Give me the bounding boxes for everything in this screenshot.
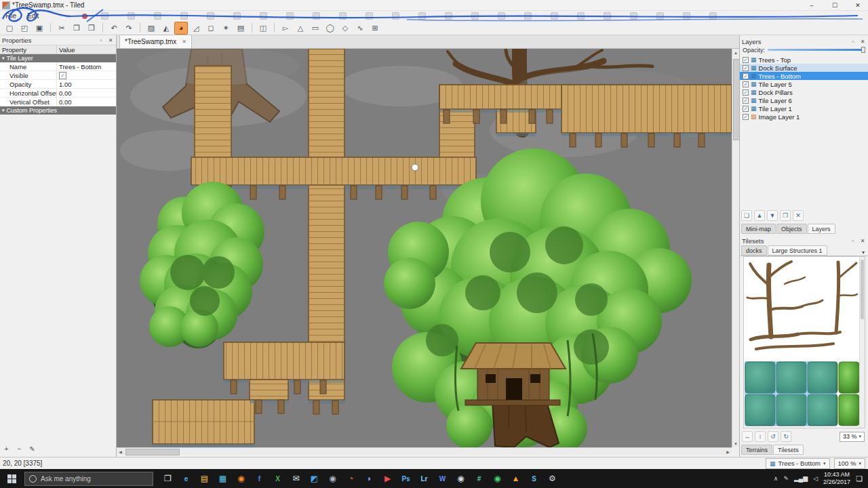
maximize-button[interactable]: ☐ [825, 0, 845, 11]
edit-polygons-tool[interactable]: △ [294, 22, 307, 35]
taskbar-clock[interactable]: 10:43 AM 2/26/2017 [823, 471, 850, 487]
raise-layer-button[interactable]: ▲ [754, 210, 765, 221]
layer-item-trees-bottom[interactable]: ✓▦Trees - Bottom [740, 72, 868, 80]
close-panel-icon[interactable]: ✕ [859, 39, 866, 45]
dock-tab-terrains[interactable]: Terrains [741, 445, 772, 455]
lower-layer-button[interactable]: ▼ [767, 210, 778, 221]
rotate-right-button[interactable]: ↻ [781, 431, 791, 442]
select-same-tile-tool[interactable]: ▤ [234, 22, 248, 35]
close-panel-icon[interactable]: ✕ [859, 238, 866, 244]
property-group-tile-layer[interactable]: ▾ Tile Layer [0, 54, 116, 62]
layer-combobox[interactable]: ▦ Trees - Bottom ▾ [766, 458, 830, 469]
crop-tool[interactable]: ◫ [256, 22, 270, 35]
layer-visibility-checkbox[interactable]: ✓ [743, 65, 749, 71]
layer-item-tile-layer-6[interactable]: ✓▦Tile Layer 6 [740, 96, 868, 104]
visible-checkbox[interactable]: ✓ [59, 72, 66, 79]
taskbar-file-explorer-icon[interactable]: ▤ [195, 469, 214, 488]
taskbar-spotify-icon[interactable]: ◉ [488, 469, 507, 488]
terrain-brush-tool[interactable]: ◭ [159, 22, 173, 35]
layer-visibility-checkbox[interactable]: ✓ [743, 81, 749, 87]
chevron-down-icon[interactable]: ▾ [862, 249, 865, 256]
canvas-vertical-scrollbar[interactable]: ▲ ▼ [732, 49, 739, 447]
rename-property-button[interactable]: ✎ [27, 444, 37, 454]
insert-polygon-tool[interactable]: ◇ [338, 22, 352, 35]
tileset-scrollbar[interactable] [859, 257, 865, 428]
taskbar-photoshop-icon[interactable]: Ps [397, 469, 415, 488]
taskbar-vlc-icon[interactable]: ▲ [507, 469, 525, 488]
open-file-tool[interactable]: ◰ [18, 22, 31, 35]
taskbar-store-icon[interactable]: ▦ [214, 469, 232, 488]
close-button[interactable]: ✕ [848, 0, 868, 11]
tab-close-icon[interactable]: ✕ [182, 39, 186, 45]
dock-tab-mini-map[interactable]: Mini-map [741, 224, 776, 234]
taskbar-steam-icon[interactable]: ◉ [323, 469, 342, 488]
select-objects-tool[interactable]: ▻ [279, 22, 292, 35]
volume-icon[interactable]: ◁ [813, 475, 818, 482]
rectangular-select-tool[interactable]: ◻ [204, 22, 218, 35]
horizontal-scroll-thumb[interactable] [125, 449, 180, 455]
layer-visibility-checkbox[interactable]: ✓ [743, 98, 749, 104]
zoom-combobox[interactable]: 100 % ▾ [834, 458, 865, 469]
taskbar-slack-icon[interactable]: # [470, 469, 488, 488]
remove-layer-button[interactable]: ✕ [793, 210, 804, 221]
save-file-tool[interactable]: ▣ [33, 22, 46, 35]
layer-item-trees-top[interactable]: ✓▦Trees - Top [740, 56, 868, 64]
tileset-tab-docks[interactable]: docks [741, 245, 767, 256]
taskbar-lightroom-icon[interactable]: Lr [415, 469, 433, 488]
taskbar-search[interactable]: Ask me anything [24, 472, 153, 486]
taskbar-firefox-icon[interactable]: ◉ [232, 469, 250, 488]
rotate-left-button[interactable]: ↺ [768, 431, 778, 442]
taskbar-skype-icon[interactable]: S [525, 469, 543, 488]
tileset-view[interactable] [743, 256, 865, 428]
insert-polyline-tool[interactable]: ∿ [353, 22, 367, 35]
map-canvas[interactable] [117, 49, 732, 447]
taskbar-word-icon[interactable]: W [433, 469, 452, 488]
new-map-tool[interactable]: ▢ [3, 22, 16, 35]
canvas-horizontal-scrollbar[interactable]: ◀ ▶ [117, 447, 732, 455]
float-panel-icon[interactable]: ▫ [850, 39, 856, 45]
taskbar-excel-icon[interactable]: X [269, 469, 287, 488]
tileset-zoom-combobox[interactable]: 33 % ▾ [840, 432, 865, 442]
property-value[interactable]: 0.00 [57, 89, 116, 97]
property-value[interactable]: 0.00 [57, 98, 116, 106]
float-panel-icon[interactable]: ▫ [98, 37, 104, 43]
layer-item-image-layer-1[interactable]: ✓▨Image Layer 1 [740, 113, 868, 121]
bucket-fill-tool[interactable]: ◕ [174, 22, 188, 35]
scroll-up-icon[interactable]: ▲ [732, 49, 739, 56]
property-value[interactable]: ✓ [57, 71, 116, 79]
tray-expand-icon[interactable]: ∧ [774, 475, 778, 482]
taskbar-mail-icon[interactable]: ✉ [287, 469, 305, 488]
paste-tool[interactable]: ❒ [85, 22, 98, 35]
layer-visibility-checkbox[interactable]: ✓ [743, 114, 749, 120]
scroll-left-icon[interactable]: ◀ [117, 448, 124, 455]
menu-edit[interactable]: Edit [22, 11, 44, 21]
dock-tab-layers[interactable]: Layers [808, 224, 835, 234]
duplicate-layer-button[interactable]: ❐ [780, 210, 791, 221]
property-value[interactable]: Trees - Bottom [57, 62, 116, 70]
cut-tool[interactable]: ✂ [55, 22, 68, 35]
insert-rectangle-tool[interactable]: ▭ [309, 22, 322, 35]
remove-property-button[interactable]: − [14, 444, 24, 454]
pen-icon[interactable]: ✎ [783, 475, 789, 482]
undo-tool[interactable]: ↶ [107, 22, 121, 35]
layer-item-dock-surface[interactable]: ✓▦Dock Surface [740, 64, 868, 72]
taskbar-facebook-icon[interactable]: f [250, 469, 269, 488]
menu-file[interactable]: File [0, 11, 22, 21]
scroll-down-icon[interactable]: ▼ [732, 440, 739, 447]
taskbar-edge-icon[interactable]: e [177, 469, 195, 488]
opacity-slider[interactable] [768, 47, 865, 53]
layer-item-tile-layer-1[interactable]: ✓▦Tile Layer 1 [740, 104, 868, 113]
minimize-button[interactable]: – [802, 0, 822, 11]
property-value[interactable]: 1.00 [57, 80, 116, 88]
tileset-tab-large-structures-1[interactable]: Large Structures 1 [768, 245, 827, 256]
taskbar-youtube-icon[interactable]: ▶ [378, 469, 397, 488]
flip-vertical-button[interactable]: ↕ [755, 431, 766, 442]
flip-horizontal-button[interactable]: ↔ [742, 431, 753, 442]
layer-visibility-checkbox[interactable]: ✓ [743, 57, 749, 63]
close-panel-icon[interactable]: ✕ [107, 37, 114, 43]
layer-visibility-checkbox[interactable]: ✓ [743, 106, 749, 112]
action-center-icon[interactable]: ❏ [856, 474, 863, 483]
float-panel-icon[interactable]: ▫ [850, 238, 856, 244]
taskbar-task-view-icon[interactable]: ❐ [159, 469, 177, 488]
start-button[interactable] [0, 469, 23, 488]
